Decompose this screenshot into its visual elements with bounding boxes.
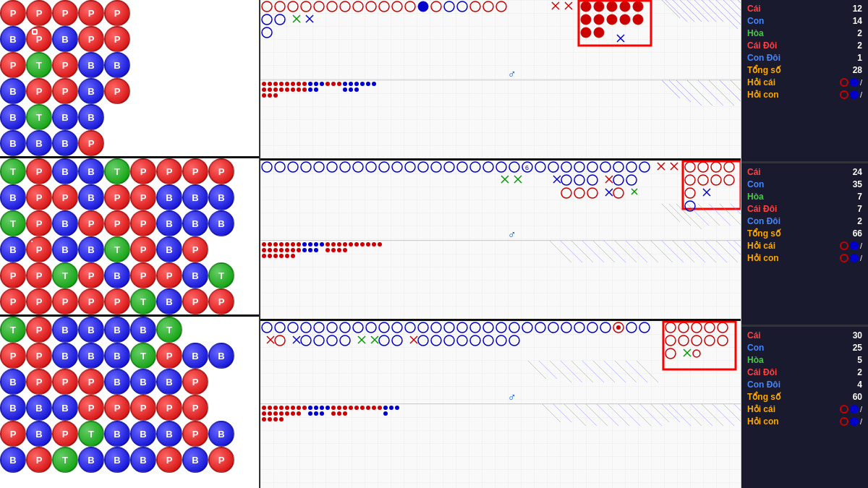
bead: B bbox=[156, 288, 182, 314]
bead-empty bbox=[208, 236, 234, 262]
svg-point-82 bbox=[308, 87, 312, 92]
stat-label-caidoi-1: Cái Đôi bbox=[747, 40, 777, 51]
svg-point-354 bbox=[331, 406, 336, 410]
hoi-cai-indicator-3: / bbox=[840, 405, 862, 414]
slash-con-1: / bbox=[860, 90, 862, 99]
bead: B bbox=[104, 52, 130, 78]
slash-3: / bbox=[860, 405, 862, 414]
svg-point-353 bbox=[320, 411, 324, 416]
stats-section-1: Cái 12 Con 14 Hòa 2 Cái Đôi 2 Con Đôi 1 … bbox=[741, 0, 868, 163]
stat-value-hoa-1: 2 bbox=[857, 28, 862, 38]
svg-point-71 bbox=[279, 87, 284, 92]
svg-point-26 bbox=[620, 1, 630, 12]
small-road-svg-3 bbox=[260, 404, 741, 488]
bead: P bbox=[78, 262, 104, 288]
svg-point-215 bbox=[349, 242, 353, 247]
stat-label-con-3: Con bbox=[747, 343, 764, 353]
svg-point-208 bbox=[302, 248, 307, 252]
stat-value-hoa-2: 7 bbox=[857, 192, 862, 202]
bead: P bbox=[182, 395, 208, 421]
svg-point-63 bbox=[279, 82, 284, 86]
bead: P bbox=[0, 0, 26, 26]
svg-point-189 bbox=[291, 242, 295, 247]
bead: B bbox=[52, 104, 78, 130]
stat-value-hoa-3: 5 bbox=[857, 355, 862, 365]
bead: T bbox=[52, 262, 78, 288]
svg-point-213 bbox=[337, 242, 341, 247]
bead: P bbox=[78, 210, 104, 236]
bead: P bbox=[78, 288, 104, 314]
stat-hoa-1: Hòa 2 bbox=[746, 27, 864, 39]
stat-condoi-2: Con Đôi 2 bbox=[746, 215, 864, 227]
svg-text:6: 6 bbox=[525, 164, 529, 171]
bead: P bbox=[26, 78, 52, 104]
stat-caidoi-2: Cái Đôi 7 bbox=[746, 203, 864, 215]
svg-point-369 bbox=[383, 411, 388, 416]
svg-point-67 bbox=[302, 82, 307, 86]
bead: P bbox=[182, 158, 208, 184]
bead: B bbox=[78, 78, 104, 104]
stat-value-con-1: 14 bbox=[853, 16, 862, 26]
stat-caidoi-3: Cái Đôi 2 bbox=[746, 367, 864, 378]
stat-label-hoa-1: Hòa bbox=[747, 28, 764, 38]
stat-condoi-3: Con Đôi 4 bbox=[746, 379, 864, 390]
bead: P bbox=[182, 421, 208, 447]
svg-point-343 bbox=[262, 417, 266, 421]
circle-blue-2 bbox=[850, 241, 859, 250]
stat-hoicon-3: Hỏi con / bbox=[746, 416, 864, 427]
svg-point-355 bbox=[337, 406, 341, 410]
bead: B bbox=[0, 184, 26, 210]
stat-value-condoi-2: 2 bbox=[857, 216, 862, 226]
bead: B bbox=[52, 210, 78, 236]
bead: P bbox=[52, 52, 78, 78]
svg-point-348 bbox=[314, 406, 318, 410]
stat-label-tongso-2: Tổng số bbox=[747, 228, 780, 239]
svg-point-338 bbox=[273, 411, 278, 416]
bead: P bbox=[26, 262, 52, 288]
bead: B bbox=[52, 395, 78, 421]
svg-point-68 bbox=[262, 87, 266, 92]
slash-2: / bbox=[860, 241, 862, 250]
bead: P bbox=[156, 343, 182, 369]
svg-point-336 bbox=[262, 411, 266, 416]
svg-point-90 bbox=[360, 82, 365, 86]
circle-blue-con-2 bbox=[850, 254, 859, 262]
bead: T bbox=[0, 317, 26, 343]
slash-con-3: / bbox=[860, 417, 862, 426]
stat-value-caidoi-2: 7 bbox=[857, 204, 862, 214]
bead: B bbox=[0, 104, 26, 130]
bead: P bbox=[26, 184, 52, 210]
svg-point-337 bbox=[268, 411, 272, 416]
bead: T bbox=[0, 210, 26, 236]
bead: P bbox=[52, 0, 78, 26]
bead: T bbox=[52, 447, 78, 473]
bead: P bbox=[26, 343, 52, 369]
stat-value-condoi-1: 1 bbox=[857, 53, 862, 63]
stat-hoa-2: Hòa 7 bbox=[746, 191, 864, 202]
road-charts-panel: ♂ bbox=[260, 0, 741, 488]
svg-point-61 bbox=[268, 82, 272, 86]
stat-label-cai-2: Cái bbox=[747, 167, 761, 177]
svg-rect-183 bbox=[260, 241, 741, 321]
bead: P bbox=[78, 0, 104, 26]
stat-cai-1: Cái 12 bbox=[746, 3, 864, 14]
svg-point-81 bbox=[320, 82, 324, 86]
bead-section-3: T P B B B B T P P B B B T P B B bbox=[0, 317, 259, 473]
svg-point-193 bbox=[273, 248, 278, 252]
svg-point-330 bbox=[273, 406, 278, 410]
svg-point-341 bbox=[291, 411, 295, 416]
hoi-cai-indicator-2: / bbox=[840, 241, 862, 250]
svg-point-87 bbox=[343, 82, 347, 86]
svg-point-31 bbox=[620, 14, 630, 25]
bead: T bbox=[104, 158, 130, 184]
svg-point-342 bbox=[297, 411, 301, 416]
bead: B bbox=[130, 317, 156, 343]
bead: P bbox=[0, 52, 26, 78]
svg-point-186 bbox=[273, 242, 278, 247]
stat-label-hoicon-2: Hỏi con bbox=[747, 253, 779, 263]
bead: P bbox=[78, 130, 104, 156]
circle-red-con-3 bbox=[840, 417, 848, 426]
svg-point-210 bbox=[314, 248, 318, 252]
bead: B bbox=[52, 26, 78, 52]
stat-label-hoicon-1: Hỏi con bbox=[747, 90, 779, 100]
